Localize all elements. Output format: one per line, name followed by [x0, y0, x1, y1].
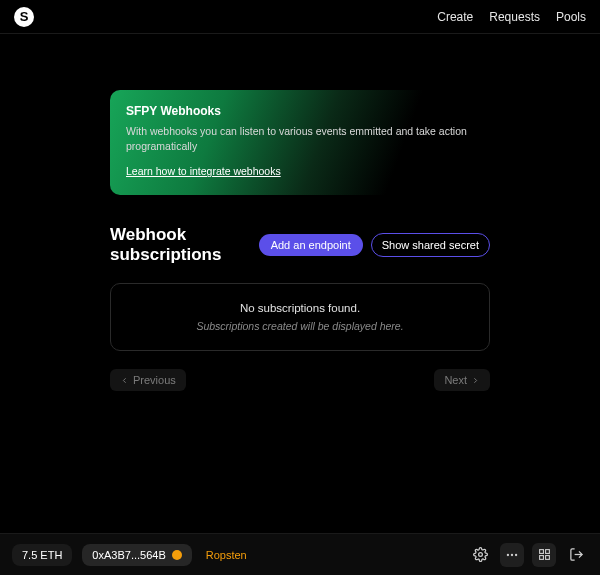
logout-icon	[569, 547, 584, 562]
arrow-left-icon	[120, 376, 129, 385]
svg-point-2	[511, 553, 513, 555]
nav-pools[interactable]: Pools	[556, 10, 586, 24]
banner-description: With webhooks you can listen to various …	[126, 124, 474, 153]
address-value: 0xA3B7...564B	[92, 549, 165, 561]
empty-headline: No subscriptions found.	[123, 302, 477, 314]
banner-learn-link[interactable]: Learn how to integrate webhooks	[126, 165, 281, 177]
bottom-bar: 7.5 ETH 0xA3B7...564B Ropsten	[0, 533, 600, 575]
next-button[interactable]: Next	[434, 369, 490, 391]
svg-rect-7	[545, 556, 549, 560]
network-label[interactable]: Ropsten	[206, 549, 247, 561]
nav-links: Create Requests Pools	[437, 10, 586, 24]
svg-rect-5	[545, 550, 549, 554]
main-content: SFPY Webhooks With webhooks you can list…	[0, 34, 600, 533]
svg-point-1	[507, 553, 509, 555]
apps-button[interactable]	[532, 543, 556, 567]
add-endpoint-button[interactable]: Add an endpoint	[259, 234, 363, 256]
more-horizontal-icon	[505, 548, 519, 562]
logo[interactable]: S	[14, 7, 34, 27]
more-button[interactable]	[500, 543, 524, 567]
arrow-right-icon	[471, 376, 480, 385]
empty-sub: Subscriptions created will be displayed …	[123, 320, 477, 332]
previous-button[interactable]: Previous	[110, 369, 186, 391]
show-secret-button[interactable]: Show shared secret	[371, 233, 490, 257]
webhooks-banner: SFPY Webhooks With webhooks you can list…	[110, 90, 490, 195]
grid-icon	[538, 548, 551, 561]
top-bar: S Create Requests Pools	[0, 0, 600, 34]
status-dot-icon	[172, 550, 182, 560]
settings-button[interactable]	[468, 543, 492, 567]
balance-pill[interactable]: 7.5 ETH	[12, 544, 72, 566]
empty-state: No subscriptions found. Subscriptions cr…	[110, 283, 490, 351]
balance-value: 7.5 ETH	[22, 549, 62, 561]
svg-point-3	[515, 553, 517, 555]
banner-title: SFPY Webhooks	[126, 104, 474, 118]
page-title: Webhook subscriptions	[110, 225, 251, 265]
pagination: Previous Next	[110, 369, 490, 391]
gear-icon	[473, 547, 488, 562]
nav-create[interactable]: Create	[437, 10, 473, 24]
svg-point-0	[478, 553, 482, 557]
svg-rect-6	[539, 556, 543, 560]
logout-button[interactable]	[564, 543, 588, 567]
bottom-icon-row	[468, 543, 588, 567]
wallet-cluster: 7.5 ETH 0xA3B7...564B Ropsten	[12, 544, 247, 566]
logo-letter: S	[20, 9, 29, 24]
previous-label: Previous	[133, 374, 176, 386]
section-header: Webhook subscriptions Add an endpoint Sh…	[110, 225, 490, 265]
address-pill[interactable]: 0xA3B7...564B	[82, 544, 191, 566]
next-label: Next	[444, 374, 467, 386]
svg-rect-4	[539, 550, 543, 554]
nav-requests[interactable]: Requests	[489, 10, 540, 24]
